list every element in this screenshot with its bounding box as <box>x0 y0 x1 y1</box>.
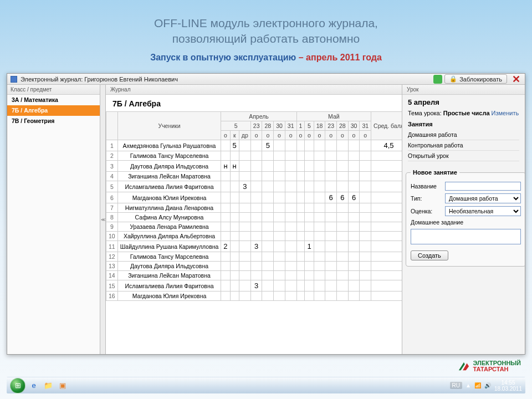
grade-cell[interactable] <box>230 172 239 181</box>
grade-cell[interactable] <box>337 161 349 172</box>
grade-cell[interactable] <box>305 280 314 291</box>
grade-cell[interactable] <box>230 271 239 280</box>
grade-cell[interactable] <box>285 262 296 271</box>
grade-cell[interactable] <box>239 172 250 181</box>
grade-cell[interactable] <box>285 241 296 252</box>
grade-cell[interactable] <box>314 213 325 222</box>
grade-cell[interactable]: 6 <box>337 192 349 203</box>
grade-cell[interactable]: н <box>221 161 230 172</box>
grade-cell[interactable] <box>262 213 274 222</box>
grade-cell[interactable] <box>314 241 325 252</box>
grade-cell[interactable] <box>296 172 305 181</box>
grade-cell[interactable] <box>274 241 285 252</box>
grade-cell[interactable] <box>274 232 285 241</box>
grade-cell[interactable] <box>305 222 314 232</box>
grade-cell[interactable] <box>314 222 325 232</box>
activity-item-2[interactable]: Открытый урок <box>408 151 519 161</box>
grade-cell[interactable] <box>221 262 230 271</box>
grade-cell[interactable] <box>305 172 314 181</box>
grade-cell[interactable] <box>305 252 314 262</box>
grade-cell[interactable] <box>239 241 250 252</box>
grade-cell[interactable] <box>337 181 349 192</box>
grade-cell[interactable] <box>360 252 371 262</box>
grade-cell[interactable] <box>325 213 337 222</box>
grade-cell[interactable] <box>314 181 325 192</box>
apr-sub-0[interactable]: о <box>221 131 230 140</box>
grade-cell[interactable] <box>296 222 305 232</box>
grade-cell[interactable] <box>250 140 262 151</box>
apr-day-5[interactable]: 5 <box>221 121 250 131</box>
grade-cell[interactable] <box>230 291 239 301</box>
grade-cell[interactable] <box>250 203 262 213</box>
activity-grade-select[interactable]: Необязательная <box>445 206 521 216</box>
apr-sub-4[interactable]: о <box>262 131 274 140</box>
grade-cell[interactable] <box>360 241 371 252</box>
grade-cell[interactable] <box>250 151 262 161</box>
homework-textarea[interactable] <box>411 229 521 244</box>
topic-edit-link[interactable]: Изменить <box>492 110 519 116</box>
grade-cell[interactable] <box>274 140 285 151</box>
apr-sub-2[interactable]: др <box>239 131 250 140</box>
grade-cell[interactable] <box>348 271 360 280</box>
grade-cell[interactable] <box>337 241 349 252</box>
grade-cell[interactable] <box>285 222 296 232</box>
grade-cell[interactable] <box>274 151 285 161</box>
taskbar-app-icon[interactable]: ▣ <box>57 380 69 392</box>
grade-cell[interactable] <box>296 241 305 252</box>
grade-cell[interactable] <box>262 241 274 252</box>
grade-cell[interactable] <box>239 151 250 161</box>
grade-cell[interactable] <box>337 262 349 271</box>
grade-cell[interactable] <box>296 181 305 192</box>
grade-cell[interactable] <box>296 271 305 280</box>
grade-cell[interactable] <box>337 280 349 291</box>
grade-cell[interactable] <box>296 151 305 161</box>
taskbar-explorer-icon[interactable]: 📁 <box>42 380 54 392</box>
grade-cell[interactable] <box>325 241 337 252</box>
grade-cell[interactable] <box>262 192 274 203</box>
grade-cell[interactable]: 2 <box>221 241 230 252</box>
grade-cell[interactable] <box>250 213 262 222</box>
close-button[interactable]: ✕ <box>510 74 521 84</box>
grade-cell[interactable] <box>262 271 274 280</box>
apr-sub-3[interactable]: о <box>250 131 262 140</box>
may-day-1[interactable]: 1 <box>296 121 305 131</box>
sidebar-item-2[interactable]: 7В / Геометрия <box>7 116 100 126</box>
grade-cell[interactable] <box>274 161 285 172</box>
grade-cell[interactable] <box>360 262 371 271</box>
grade-cell[interactable] <box>239 291 250 301</box>
grade-cell[interactable] <box>230 232 239 241</box>
grade-cell[interactable] <box>314 280 325 291</box>
grade-cell[interactable] <box>250 181 262 192</box>
grade-cell[interactable] <box>325 222 337 232</box>
grade-cell[interactable] <box>337 271 349 280</box>
grade-cell[interactable] <box>239 222 250 232</box>
apr-sub-6[interactable]: о <box>285 131 296 140</box>
grade-cell[interactable] <box>285 271 296 280</box>
grade-cell[interactable]: 6 <box>325 192 337 203</box>
grade-cell[interactable] <box>285 252 296 262</box>
apr-day-28[interactable]: 28 <box>262 121 274 131</box>
grade-cell[interactable] <box>314 161 325 172</box>
grade-cell[interactable] <box>296 140 305 151</box>
grade-cell[interactable] <box>221 151 230 161</box>
grade-cell[interactable] <box>274 203 285 213</box>
grade-cell[interactable] <box>337 213 349 222</box>
sidebar-item-0[interactable]: 3А / Математика <box>7 95 100 105</box>
grade-cell[interactable] <box>348 161 360 172</box>
grade-cell[interactable] <box>314 291 325 301</box>
activity-item-0[interactable]: Домашняя работа <box>408 130 519 140</box>
apr-day-31[interactable]: 31 <box>285 121 296 131</box>
grade-cell[interactable] <box>325 181 337 192</box>
apr-sub-1[interactable]: к <box>230 131 239 140</box>
tray-sound-icon[interactable]: 🔊 <box>484 382 491 388</box>
may-sub-0[interactable]: о <box>296 131 305 140</box>
grade-cell[interactable] <box>360 172 371 181</box>
grade-cell[interactable] <box>325 280 337 291</box>
grade-cell[interactable] <box>274 291 285 301</box>
grade-cell[interactable] <box>314 232 325 241</box>
grade-cell[interactable] <box>360 232 371 241</box>
grade-cell[interactable] <box>230 252 239 262</box>
grade-cell[interactable] <box>325 151 337 161</box>
grade-cell[interactable] <box>325 140 337 151</box>
grade-cell[interactable]: 1 <box>305 241 314 252</box>
